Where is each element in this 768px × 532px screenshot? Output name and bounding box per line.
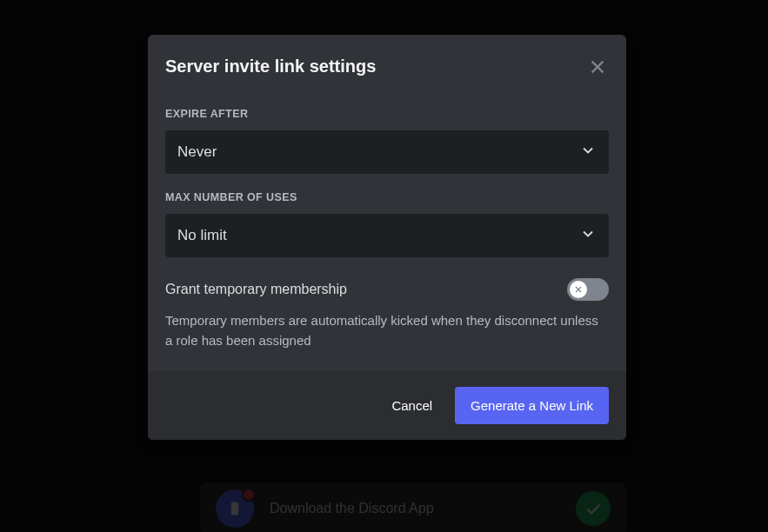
expire-after-select[interactable]: Never: [165, 130, 609, 174]
max-uses-select[interactable]: No limit: [165, 214, 609, 257]
x-icon: [573, 284, 584, 295]
temp-membership-row: Grant temporary membership: [165, 278, 609, 301]
temp-membership-help: Temporary members are automatically kick…: [165, 311, 609, 350]
max-uses-field: Max number of uses No limit: [165, 191, 609, 257]
max-uses-value: No limit: [177, 227, 227, 244]
temp-membership-label: Grant temporary membership: [165, 282, 347, 297]
chevron-down-icon: [579, 142, 597, 163]
chevron-down-icon: [579, 225, 597, 246]
generate-link-button[interactable]: Generate a New Link: [455, 387, 609, 424]
toggle-knob: [570, 281, 587, 298]
cancel-button[interactable]: Cancel: [386, 389, 437, 422]
temp-membership-toggle[interactable]: [567, 278, 609, 301]
invite-settings-modal: Server invite link settings Expire after…: [148, 35, 626, 440]
expire-after-field: Expire after Never: [165, 108, 609, 174]
max-uses-label: Max number of uses: [165, 191, 609, 203]
expire-after-value: Never: [177, 143, 217, 161]
close-button[interactable]: [586, 56, 609, 78]
modal-footer: Cancel Generate a New Link: [148, 371, 626, 440]
modal-body: Expire after Never Max number of uses No…: [148, 87, 626, 371]
close-icon: [588, 57, 607, 76]
modal-header: Server invite link settings: [148, 35, 626, 87]
modal-title: Server invite link settings: [165, 56, 376, 76]
expire-after-label: Expire after: [165, 108, 609, 120]
